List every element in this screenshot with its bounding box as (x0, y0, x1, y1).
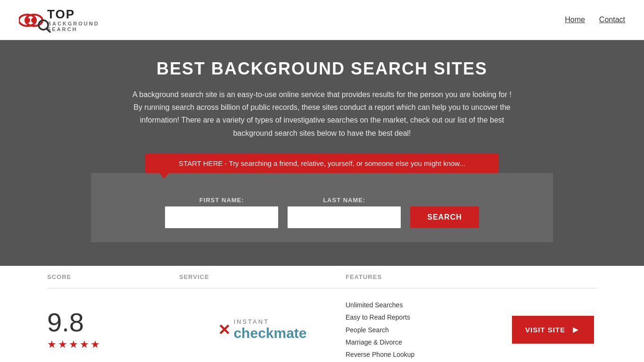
last-name-input[interactable] (288, 206, 401, 228)
arrow-icon-1: ► (571, 324, 581, 335)
stars-1: ★ ★ ★ ★ ★ (47, 338, 100, 351)
service-logo-1: ✕ INSTANT checkmate (179, 318, 346, 341)
visit-site-button-1[interactable]: VISIT SITE ► (512, 316, 594, 344)
features-cell-1: Unlimited Searches Easy to Read Reports … (346, 300, 512, 360)
nav: Home Contact (565, 16, 625, 24)
search-button[interactable]: SEARCH (410, 206, 479, 228)
checkmate-logo: ✕ INSTANT checkmate (218, 318, 306, 341)
svg-point-3 (31, 17, 37, 23)
star-1: ★ (47, 338, 57, 351)
first-name-label: FIRST NAME: (165, 197, 278, 204)
search-form: FIRST NAME: LAST NAME: SEARCH (100, 197, 544, 228)
header: TOP BACKGROUNDSEARCH Home Contact (0, 0, 644, 40)
visit-btn-container-1: VISIT SITE ► (512, 316, 597, 344)
visit-site-label-1: VISIT SITE (525, 326, 565, 334)
table-header: SCORE SERVICE FEATURES (47, 266, 597, 288)
last-name-group: LAST NAME: (288, 197, 401, 228)
header-service: SERVICE (179, 273, 346, 280)
header-features: FEATURES (346, 273, 512, 280)
feature-1-1: Unlimited Searches (346, 300, 512, 310)
speech-bubble: START HERE - Try searching a friend, rel… (145, 154, 499, 173)
feature-1-5: Reverse Phone Lookup (346, 349, 512, 360)
hero-title: BEST BACKGROUND SEARCH SITES (9, 59, 635, 79)
checkmate-brand: checkmate (233, 325, 306, 341)
checkmate-text: INSTANT checkmate (233, 318, 306, 341)
hero-section: BEST BACKGROUND SEARCH SITES A backgroun… (0, 40, 644, 266)
table-section: SCORE SERVICE FEATURES 9.8 ★ ★ ★ ★ ★ ✕ I… (0, 266, 644, 362)
nav-contact[interactable]: Contact (599, 16, 625, 24)
first-name-group: FIRST NAME: (165, 197, 278, 228)
logo-text: TOP BACKGROUNDSEARCH (47, 8, 99, 33)
feature-1-4: Marriage & Divorce (346, 337, 512, 347)
table-row: 9.8 ★ ★ ★ ★ ★ ✕ INSTANT checkmate Unlimi… (47, 288, 597, 362)
instant-text: INSTANT (233, 318, 306, 325)
header-action (512, 273, 597, 280)
star-3: ★ (69, 338, 78, 351)
logo: TOP BACKGROUNDSEARCH (19, 8, 99, 33)
hero-description: A background search site is an easy-to-u… (129, 88, 515, 140)
feature-1-3: People Search (346, 325, 512, 335)
star-4: ★ (80, 338, 89, 351)
logo-top: TOP (47, 8, 99, 21)
score-cell-1: 9.8 ★ ★ ★ ★ ★ (47, 309, 179, 351)
star-5: ★ (91, 338, 100, 351)
nav-home[interactable]: Home (565, 16, 585, 24)
score-number-1: 9.8 (47, 309, 84, 336)
logo-sub: BACKGROUNDSEARCH (47, 21, 99, 32)
checkmate-x-icon: ✕ (218, 321, 231, 339)
last-name-label: LAST NAME: (288, 197, 401, 204)
svg-line-5 (47, 29, 50, 33)
search-form-container: FIRST NAME: LAST NAME: SEARCH (91, 173, 553, 242)
first-name-input[interactable] (165, 206, 278, 228)
logo-icon (19, 8, 47, 32)
header-score: SCORE (47, 273, 179, 280)
star-2: ★ (58, 338, 67, 351)
feature-1-2: Easy to Read Reports (346, 312, 512, 322)
